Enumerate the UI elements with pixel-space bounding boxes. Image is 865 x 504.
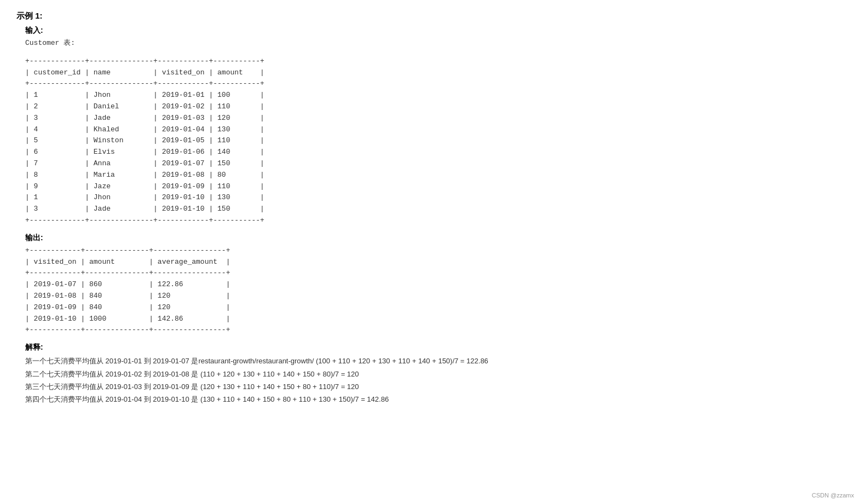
customer-table-label: Customer 表:: [25, 38, 849, 49]
explanation-line: 第三个七天消费平均值从 2019-01-03 到 2019-01-09 是 (1…: [25, 380, 849, 393]
example-section: 示例 1: 输入: Customer 表: +-------------+---…: [16, 11, 849, 406]
explanation-text: 第一个七天消费平均值从 2019-01-01 到 2019-01-07 是res…: [25, 355, 849, 406]
explanation-line: 第二个七天消费平均值从 2019-01-02 到 2019-01-08 是 (1…: [25, 368, 849, 380]
output-label: 输出:: [25, 233, 849, 243]
example-title: 示例 1:: [16, 11, 849, 21]
input-table: +-------------+---------------+---------…: [25, 56, 849, 227]
explanation-label: 解释:: [25, 343, 849, 352]
explanation-line: 第一个七天消费平均值从 2019-01-01 到 2019-01-07 是res…: [25, 355, 849, 367]
input-label: 输入:: [25, 26, 849, 36]
explanation-line: 第四个七天消费平均值从 2019-01-04 到 2019-01-10 是 (1…: [25, 393, 849, 405]
output-table: +------------+---------------+----------…: [25, 245, 849, 336]
